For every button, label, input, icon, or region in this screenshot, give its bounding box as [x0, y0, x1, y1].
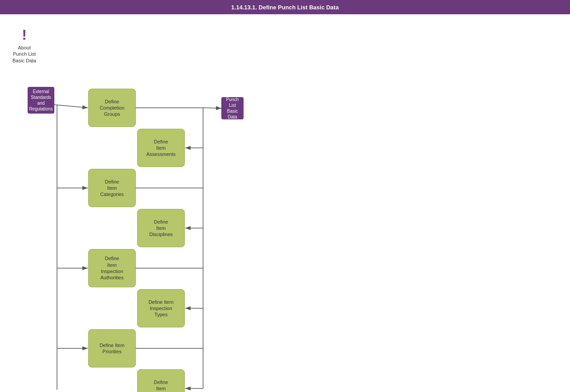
- punch-list-basic-data-node: PunchList BasicData: [221, 97, 244, 119]
- define-item-assessments-node[interactable]: DefineItemAssessments: [137, 129, 185, 167]
- arrow-ext-to-completion: [54, 105, 88, 108]
- define-item-priorities-label: Define ItemPriorities: [99, 342, 124, 355]
- header-title: 1.14.13.1. Define Punch List Basic Data: [231, 4, 338, 11]
- page-header: 1.14.13.1. Define Punch List Basic Data: [0, 0, 570, 14]
- define-item-categories-label: DefineItemCategories: [100, 179, 124, 198]
- define-item-severities-node[interactable]: DefineItemSeverities: [137, 369, 185, 392]
- define-item-inspection-types-node[interactable]: Define ItemInspectionTypes: [137, 289, 185, 327]
- define-item-disciplines-node[interactable]: DefineItemDisciplines: [137, 209, 185, 247]
- external-standards-label: ExternalStandardsandRegulations: [29, 89, 53, 112]
- define-item-assessments-label: DefineItemAssessments: [147, 139, 175, 158]
- external-standards-node: ExternalStandardsandRegulations: [28, 87, 54, 114]
- define-item-categories-node[interactable]: DefineItemCategories: [88, 169, 136, 207]
- diagram: ExternalStandardsandRegulations DefineCo…: [0, 18, 570, 392]
- define-item-priorities-node[interactable]: Define ItemPriorities: [88, 329, 136, 368]
- punch-list-basic-data-label: PunchList BasicData: [224, 97, 241, 120]
- define-item-severities-label: DefineItemSeverities: [150, 379, 171, 392]
- define-item-inspection-authorities-node[interactable]: DefineItemInspectionAuthorities: [88, 249, 136, 287]
- define-item-inspection-types-label: Define ItemInspectionTypes: [148, 299, 173, 318]
- define-completion-groups-node[interactable]: DefineCompletionGroups: [88, 89, 136, 127]
- arrow-to-punch-list: [203, 108, 221, 108]
- define-item-inspection-authorities-label: DefineItemInspectionAuthorities: [101, 255, 124, 281]
- arrows-svg: [0, 18, 570, 392]
- define-completion-groups-label: DefineCompletionGroups: [100, 98, 125, 118]
- define-item-disciplines-label: DefineItemDisciplines: [149, 219, 173, 238]
